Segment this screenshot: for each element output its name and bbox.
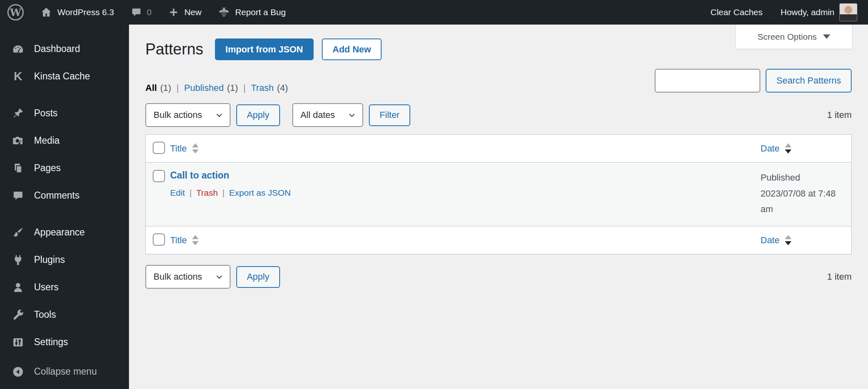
filter-count: (1) xyxy=(160,83,171,93)
sidebar-item-kinsta-cache[interactable]: K Kinsta Cache xyxy=(0,63,129,90)
sort-desc-icon xyxy=(192,149,199,154)
select-all-checkbox-top[interactable] xyxy=(153,142,165,154)
pattern-title-link[interactable]: Call to action xyxy=(170,170,229,181)
sidebar-item-label: Settings xyxy=(34,337,68,348)
publish-date: 2023/07/08 at 7:48 am xyxy=(761,188,836,215)
new-content-menu[interactable]: New xyxy=(168,7,201,18)
sidebar-item-label: Users xyxy=(34,282,59,293)
user-icon xyxy=(11,281,25,294)
pushpin-icon xyxy=(11,107,25,120)
bulk-actions-select-bottom[interactable]: Bulk actions xyxy=(145,265,231,289)
sort-desc-icon-active xyxy=(785,149,791,154)
wordpress-logo-icon: W xyxy=(7,4,24,20)
filter-link-trash[interactable]: Trash (4) xyxy=(251,83,288,93)
avatar xyxy=(839,3,857,21)
select-row-checkbox[interactable] xyxy=(153,170,165,182)
bulk-actions-select-top[interactable]: Bulk actions xyxy=(145,103,231,127)
sidebar-item-label: Media xyxy=(34,135,60,146)
sort-by-date-header[interactable]: Date xyxy=(761,143,791,154)
wordpress-logo-menu[interactable]: W xyxy=(7,4,24,20)
sort-by-date-footer[interactable]: Date xyxy=(761,235,791,246)
my-account-menu[interactable]: Howdy, admin xyxy=(781,3,858,21)
admin-sidebar: Dashboard K Kinsta Cache Posts Media xyxy=(0,25,129,389)
sidebar-item-media[interactable]: Media xyxy=(0,127,129,154)
screen-options-label: Screen Options xyxy=(757,32,817,42)
sort-icons xyxy=(785,143,791,154)
home-icon xyxy=(40,6,52,18)
screen-options-button[interactable]: Screen Options xyxy=(735,25,852,49)
filter-separator: | xyxy=(243,83,246,93)
sort-by-title-header[interactable]: Title xyxy=(170,143,199,154)
filter-button[interactable]: Filter xyxy=(369,104,410,126)
action-separator: | xyxy=(222,188,224,198)
plus-icon xyxy=(168,7,179,18)
edit-action-link[interactable]: Edit xyxy=(170,188,185,198)
chevron-down-icon xyxy=(215,273,223,281)
search-box: Search Patterns xyxy=(655,69,852,93)
filter-link-all[interactable]: All (1) xyxy=(145,83,171,93)
sidebar-item-pages[interactable]: Pages xyxy=(0,154,129,182)
table-row: Call to action Edit | Trash | Export as … xyxy=(146,163,852,226)
pages-icon xyxy=(11,162,25,175)
patterns-page: Patterns Import from JSON Add New Search… xyxy=(129,25,868,389)
tablenav-bottom: Bulk actions Apply 1 item xyxy=(145,265,852,289)
search-patterns-button[interactable]: Search Patterns xyxy=(766,69,852,93)
search-input[interactable] xyxy=(655,69,760,93)
kinsta-icon: K xyxy=(11,70,25,82)
add-new-button[interactable]: Add New xyxy=(322,38,382,60)
sidebar-item-label: Pages xyxy=(34,163,61,174)
sort-asc-icon xyxy=(785,143,791,147)
select-all-checkbox-bottom[interactable] xyxy=(153,233,165,246)
comments-admin-bar-link[interactable]: 0 xyxy=(131,7,152,18)
sidebar-item-label: Posts xyxy=(34,108,58,119)
sidebar-item-comments[interactable]: Comments xyxy=(0,182,129,209)
collapse-menu-label: Collapse menu xyxy=(34,366,97,377)
apply-button-top[interactable]: Apply xyxy=(236,104,280,126)
sort-asc-icon xyxy=(785,235,791,239)
table-header-row: Title Date xyxy=(146,135,852,163)
page-title: Patterns xyxy=(145,41,203,58)
sidebar-separator xyxy=(0,209,129,219)
sidebar-item-label: Comments xyxy=(34,190,79,201)
sidebar-item-appearance[interactable]: Appearance xyxy=(0,219,129,246)
sidebar-item-dashboard[interactable]: Dashboard xyxy=(0,35,129,63)
all-dates-select[interactable]: All dates xyxy=(292,103,363,127)
comment-icon xyxy=(11,190,25,202)
chevron-down-icon xyxy=(823,34,830,39)
sidebar-item-users[interactable]: Users xyxy=(0,274,129,301)
collapse-arrow-icon xyxy=(11,366,25,378)
publish-status: Published xyxy=(761,172,800,183)
item-count-bottom: 1 item xyxy=(827,271,852,282)
item-count-top: 1 item xyxy=(827,110,852,120)
sidebar-item-label: Dashboard xyxy=(34,43,80,54)
admin-bar: W WordPress 6.3 0 New xyxy=(0,0,868,25)
report-a-bug-link[interactable]: Report a Bug xyxy=(218,6,286,18)
collapse-menu-button[interactable]: Collapse menu xyxy=(0,358,129,385)
sort-asc-icon xyxy=(192,143,199,147)
trash-action-link[interactable]: Trash xyxy=(196,188,218,198)
sidebar-item-tools[interactable]: Tools xyxy=(0,301,129,328)
filter-separator: | xyxy=(176,83,179,93)
sidebar-item-plugins[interactable]: Plugins xyxy=(0,246,129,274)
apply-button-bottom[interactable]: Apply xyxy=(236,266,280,288)
site-name-link[interactable]: WordPress 6.3 xyxy=(40,6,114,18)
sort-icons xyxy=(785,235,791,245)
sort-by-title-footer[interactable]: Title xyxy=(170,235,199,246)
import-from-json-button[interactable]: Import from JSON xyxy=(215,38,314,60)
export-json-action-link[interactable]: Export as JSON xyxy=(229,188,291,198)
filter-link-published[interactable]: Published (1) xyxy=(184,83,238,93)
row-actions: Edit | Trash | Export as JSON xyxy=(170,188,761,198)
sidebar-item-settings[interactable]: Settings xyxy=(0,328,129,356)
clear-caches-button[interactable]: Clear Caches xyxy=(710,7,762,17)
brush-icon xyxy=(11,226,25,239)
chevron-down-icon xyxy=(348,111,356,119)
sort-icons xyxy=(192,235,199,245)
sidebar-item-label: Tools xyxy=(34,309,56,320)
howdy-label: Howdy, admin xyxy=(781,7,835,17)
chevron-down-icon xyxy=(215,111,223,119)
tablenav-top: Bulk actions Apply All dates Filter 1 it… xyxy=(145,103,852,127)
sort-desc-icon-active xyxy=(785,241,791,245)
sidebar-item-label: Plugins xyxy=(34,254,65,265)
sidebar-item-posts[interactable]: Posts xyxy=(0,100,129,127)
comment-bubble-icon xyxy=(131,7,142,18)
